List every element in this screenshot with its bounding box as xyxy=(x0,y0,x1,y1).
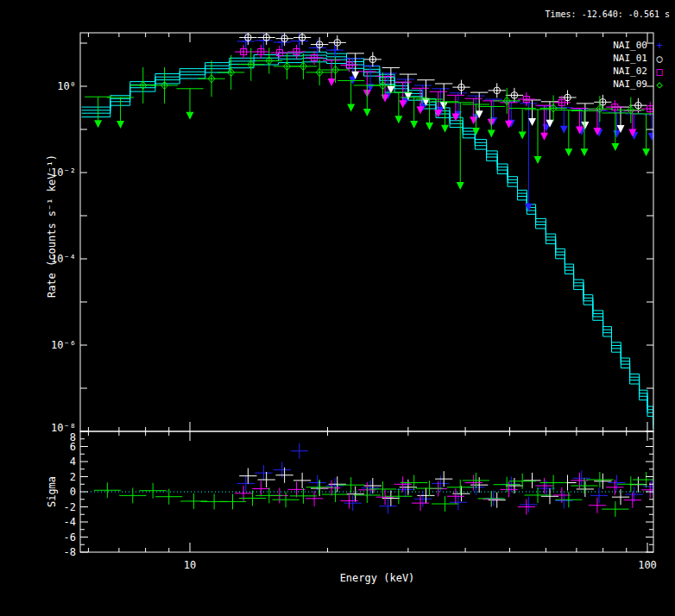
svg-text:10: 10 xyxy=(184,559,196,571)
fit-time-range: Times: -12.640: -0.561 s xyxy=(546,9,671,19)
detector-data-points xyxy=(85,30,660,211)
circle-icon: ○ xyxy=(653,53,666,64)
plus-icon: + xyxy=(653,41,666,51)
sigma-axis-label: Sigma xyxy=(46,476,58,507)
svg-text:4: 4 xyxy=(70,456,76,468)
svg-text:-6: -6 xyxy=(64,531,76,544)
legend-item-nai-02: NAI_02 □ xyxy=(613,65,666,78)
svg-text:-2: -2 xyxy=(64,501,76,513)
svg-text:10⁰: 10⁰ xyxy=(57,80,76,92)
rate-axis-label: Rate (counts s⁻¹ keV⁻¹) xyxy=(46,154,58,298)
legend-item-nai-01: NAI_01 ○ xyxy=(613,52,666,65)
svg-text:100: 100 xyxy=(638,559,657,571)
diamond-icon: ◇ xyxy=(653,79,666,90)
spectra-plot: 1010010⁰10⁻²10⁻⁴10⁻⁶10⁻⁸86420-2-4-6-8 xyxy=(0,0,675,616)
svg-text:6: 6 xyxy=(70,441,76,453)
svg-text:-4: -4 xyxy=(64,516,76,528)
legend-item-nai-09: NAI_09 ◇ xyxy=(613,78,666,91)
energy-axis-label: Energy (keV) xyxy=(308,572,446,584)
svg-text:0: 0 xyxy=(70,486,76,498)
svg-text:10⁻⁶: 10⁻⁶ xyxy=(51,339,76,351)
spectral-fit-screen: 1010010⁰10⁻²10⁻⁴10⁻⁶10⁻⁸86420-2-4-6-8 Ti… xyxy=(0,0,675,616)
square-icon: □ xyxy=(653,66,666,77)
legend-item-nai-00: NAI_00 + xyxy=(613,39,666,52)
residual-points xyxy=(80,443,660,517)
svg-text:2: 2 xyxy=(70,471,76,483)
detector-legend: NAI_00 + NAI_01 ○ NAI_02 □ NAI_09 ◇ xyxy=(613,39,666,91)
svg-text:-8: -8 xyxy=(64,546,76,558)
